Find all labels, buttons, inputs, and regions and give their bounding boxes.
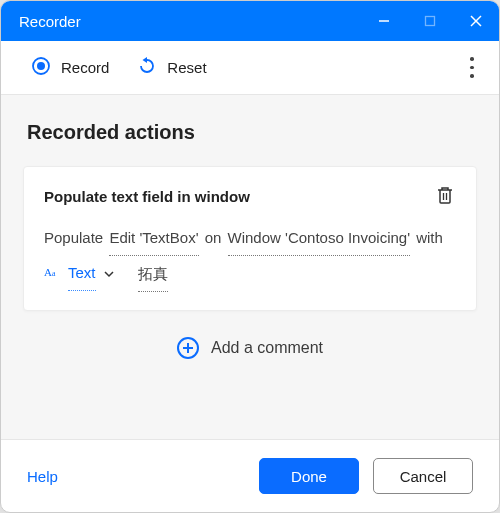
text-type-label: Text [68, 256, 96, 291]
add-comment-label: Add a comment [211, 339, 323, 357]
section-title: Recorded actions [27, 121, 477, 144]
text-value-token[interactable]: 拓真 [138, 257, 168, 292]
minimize-button[interactable] [361, 1, 407, 41]
toolbar: Record Reset [1, 41, 499, 95]
body-area: Recorded actions Populate text field in … [1, 95, 499, 440]
plus-icon [177, 337, 199, 359]
close-button[interactable] [453, 1, 499, 41]
footer: Help Done Cancel [1, 440, 499, 512]
delete-action-button[interactable] [434, 185, 456, 207]
target-element-token[interactable]: Edit 'TextBox' [109, 221, 198, 256]
window-title: Recorder [19, 13, 81, 30]
done-button[interactable]: Done [259, 458, 359, 494]
done-label: Done [291, 468, 327, 485]
svg-point-5 [37, 62, 45, 70]
titlebar: Recorder [1, 1, 499, 41]
text-type-token[interactable]: A a Text [44, 256, 116, 291]
more-options-button[interactable] [457, 53, 487, 83]
text-type-icon: A a [44, 257, 62, 290]
target-window-token[interactable]: Window 'Contoso Invoicing' [228, 221, 410, 256]
record-label: Record [61, 59, 109, 76]
cancel-label: Cancel [400, 468, 447, 485]
reset-label: Reset [167, 59, 206, 76]
help-link[interactable]: Help [27, 468, 58, 485]
svg-rect-1 [426, 17, 435, 26]
record-button[interactable]: Record [21, 52, 119, 83]
cancel-button[interactable]: Cancel [373, 458, 473, 494]
chevron-down-icon [102, 267, 116, 281]
record-icon [31, 56, 51, 79]
more-icon [470, 55, 474, 81]
sentence-pre: Populate [44, 229, 107, 246]
trash-icon [436, 185, 454, 208]
recorder-window: Recorder Record Reset [0, 0, 500, 513]
maximize-button[interactable] [407, 1, 453, 41]
action-title: Populate text field in window [44, 188, 250, 205]
svg-text:a: a [52, 269, 56, 278]
action-sentence: Populate Edit 'TextBox' on Window 'Conto… [44, 221, 456, 292]
sentence-mid2: with [416, 229, 443, 246]
reset-button[interactable]: Reset [127, 52, 216, 83]
action-card-header: Populate text field in window [44, 185, 456, 207]
action-card: Populate text field in window [23, 166, 477, 311]
reset-icon [137, 56, 157, 79]
sentence-mid1: on [205, 229, 226, 246]
add-comment-button[interactable]: Add a comment [23, 337, 477, 359]
svg-text:A: A [44, 266, 52, 278]
